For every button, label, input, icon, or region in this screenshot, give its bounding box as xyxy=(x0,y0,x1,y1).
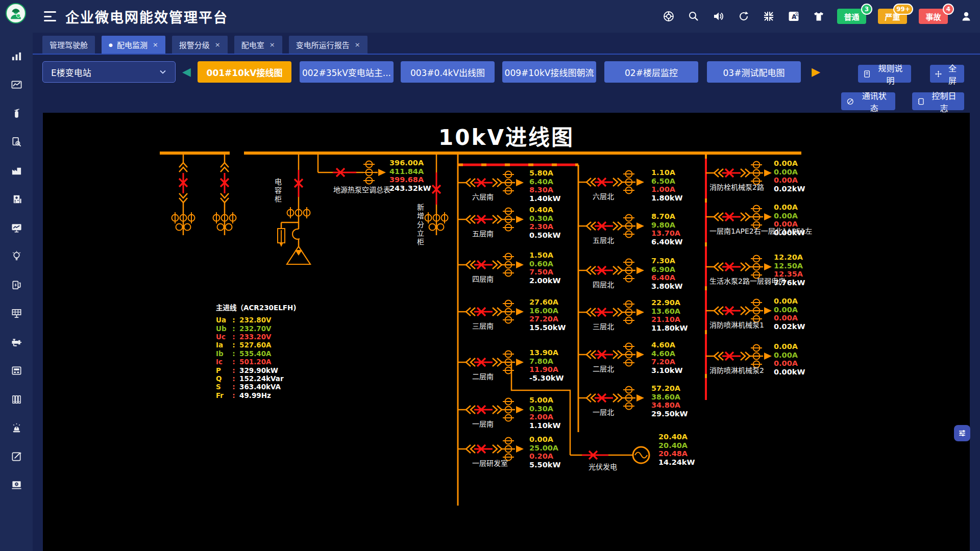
scroll-right-arrow-icon[interactable]: ▶ xyxy=(812,65,820,79)
scroll-left-arrow-icon[interactable]: ◀ xyxy=(182,65,191,79)
svg-text:文: 文 xyxy=(795,12,799,17)
theme-icon[interactable] xyxy=(812,10,825,23)
alarm-level-label: 普通 xyxy=(844,11,859,22)
meter-row: P:329.90kW xyxy=(216,366,296,374)
user-icon[interactable] xyxy=(960,10,973,23)
close-tab-icon[interactable]: × xyxy=(270,41,275,48)
trend-chart-icon[interactable] xyxy=(0,70,33,99)
nav-tab-2[interactable]: 报警分级× xyxy=(172,36,228,54)
work-order-icon[interactable] xyxy=(0,442,33,470)
lifebuoy-icon[interactable] xyxy=(662,10,675,23)
close-tab-icon[interactable]: × xyxy=(153,41,158,48)
diagram-tab-2[interactable]: 003#0.4kV出线图 xyxy=(401,61,495,83)
feeder-label: 地源热泵空调总表 xyxy=(333,184,390,194)
feeder-label: 一层研发室 xyxy=(472,458,508,468)
logbook-icon xyxy=(917,97,925,106)
volume-icon[interactable] xyxy=(712,10,725,23)
main-meter-title: 主进线（ACR230ELFH) xyxy=(216,302,296,312)
diagram-tab-0[interactable]: 001#10kV接线图 xyxy=(198,61,291,83)
feeder-values: 1.10A6.50A1.00A1.80kW xyxy=(651,168,682,202)
search-icon[interactable] xyxy=(687,10,700,23)
water-pump-icon[interactable] xyxy=(0,328,33,356)
rules-button[interactable]: 规则说明 xyxy=(858,65,911,83)
feeder-values: 0.00A0.00A0.00A0.02kW xyxy=(774,159,805,193)
hospital-building-icon[interactable] xyxy=(0,185,33,213)
bulb-icon[interactable] xyxy=(0,242,33,270)
alarm-level-button-0[interactable]: 普通3 xyxy=(837,9,866,24)
capacitor-cabinet-label: 电容柜 xyxy=(273,178,283,204)
patrol-inspection-icon[interactable] xyxy=(0,128,33,156)
menu-toggle-icon[interactable] xyxy=(44,11,57,21)
fullscreen-button[interactable]: 全屏 xyxy=(930,65,964,83)
alarm-beacon-icon[interactable] xyxy=(0,413,33,442)
document-icon xyxy=(863,70,871,78)
ev-charger-icon[interactable] xyxy=(0,270,33,299)
comm-status-button[interactable]: 通讯状态 xyxy=(841,92,895,110)
station-select[interactable]: E楼变电站 xyxy=(42,61,176,83)
toolbar: E楼变电站 ◀ ▶ 规则说明 全屏 通讯状态 控制日志 001#10kV接线图0… xyxy=(33,56,980,113)
feeder-label: 一层北 xyxy=(593,407,614,417)
feeder-label: 三层北 xyxy=(593,321,614,331)
bar-chart-icon[interactable] xyxy=(0,42,33,70)
meter-row: Fr:49.99Hz xyxy=(216,391,296,399)
diagram-tab-1[interactable]: 002#35kV变电站主... xyxy=(300,61,394,83)
feeder-label: 二层南 xyxy=(472,371,494,381)
header-actions: A文普通3严重99+事故4 xyxy=(662,0,973,33)
meter-value: 232.70V xyxy=(239,324,272,333)
feeder-label: 四层南 xyxy=(472,273,494,284)
active-dot-icon: ● xyxy=(109,42,113,47)
close-tab-icon[interactable]: × xyxy=(355,41,360,48)
sidebar-menu xyxy=(0,42,33,499)
feeder-values: 1.50A0.60A7.50A2.00kW xyxy=(529,251,560,285)
main-meter-panel: 主进线（ACR230ELFH) Ua:232.80VUb:232.70VUc:2… xyxy=(216,302,296,399)
nav-tab-4[interactable]: 变电所运行报告× xyxy=(289,36,368,54)
control-log-button[interactable]: 控制日志 xyxy=(912,92,964,110)
feeder-values: 0.40A0.30A2.30A0.50kW xyxy=(529,206,560,239)
diagram-tab-4[interactable]: 02#楼层监控 xyxy=(604,61,698,83)
nav-tab-0[interactable]: 管理驾驶舱 xyxy=(42,36,95,54)
device-settings-icon[interactable] xyxy=(0,470,33,499)
panel-toggle-button[interactable] xyxy=(954,425,970,441)
new-cabinet-label: 新增分立柜 xyxy=(415,204,425,247)
sidebar xyxy=(0,0,33,551)
meter-value: 152.24kVar xyxy=(239,374,284,383)
meter-row: Uc:233.20V xyxy=(216,333,296,341)
meter-panel-icon[interactable] xyxy=(0,356,33,385)
alarm-level-button-1[interactable]: 严重99+ xyxy=(878,9,907,24)
alarm-count-badge: 3 xyxy=(861,4,872,15)
fire-extinguisher-icon[interactable] xyxy=(0,99,33,128)
meter-value: 232.80V xyxy=(239,316,272,324)
solar-panel-icon[interactable] xyxy=(0,299,33,328)
alarm-count-badge: 4 xyxy=(943,4,954,15)
meter-row: Q:152.24kVar xyxy=(216,374,296,383)
close-tab-icon[interactable]: × xyxy=(215,41,220,48)
feeder-values: 0.00A25.00A0.20A5.50kW xyxy=(529,435,560,469)
nav-tab-1[interactable]: ●配电监测× xyxy=(102,36,165,54)
nav-tab-3[interactable]: 配电室× xyxy=(234,36,282,54)
feeder-values: 4.60A4.60A7.20A3.10kW xyxy=(651,341,682,374)
meter-row: Ib:535.40A xyxy=(216,349,296,358)
alarm-level-button-2[interactable]: 事故4 xyxy=(919,9,948,24)
diagram-tab-5[interactable]: 03#测试配电图 xyxy=(707,61,801,83)
monitor-curve-icon[interactable] xyxy=(0,213,33,242)
feeder-label: 五层北 xyxy=(593,235,614,245)
meter-value: 501.20A xyxy=(239,358,272,366)
translate-icon[interactable]: A文 xyxy=(787,10,800,23)
feeder-label: 二层北 xyxy=(593,363,614,373)
meter-value: 49.99Hz xyxy=(239,391,271,399)
feeder-label: 四层北 xyxy=(593,279,614,289)
feeder-label: 光伏发电 xyxy=(589,461,617,471)
archive-icon[interactable] xyxy=(0,385,33,413)
factory-icon[interactable] xyxy=(0,156,33,185)
feeder-label: 一层南 xyxy=(472,418,494,429)
meter-row: Ia:527.60A xyxy=(216,341,296,349)
compress-icon[interactable] xyxy=(762,10,775,23)
feeder-values: 13.90A7.80A11.90A-5.30kW xyxy=(529,348,564,382)
nav-tab-label: 变电所运行报告 xyxy=(296,39,350,50)
station-select-value: E楼变电站 xyxy=(51,66,91,79)
refresh-icon[interactable] xyxy=(737,10,750,23)
diagram-tab-3[interactable]: 009#10kV接线图朝流 xyxy=(502,61,596,83)
meter-value: 233.20V xyxy=(239,333,272,341)
meter-row: Ua:232.80V xyxy=(216,316,296,324)
meter-value: 527.60A xyxy=(239,341,272,349)
